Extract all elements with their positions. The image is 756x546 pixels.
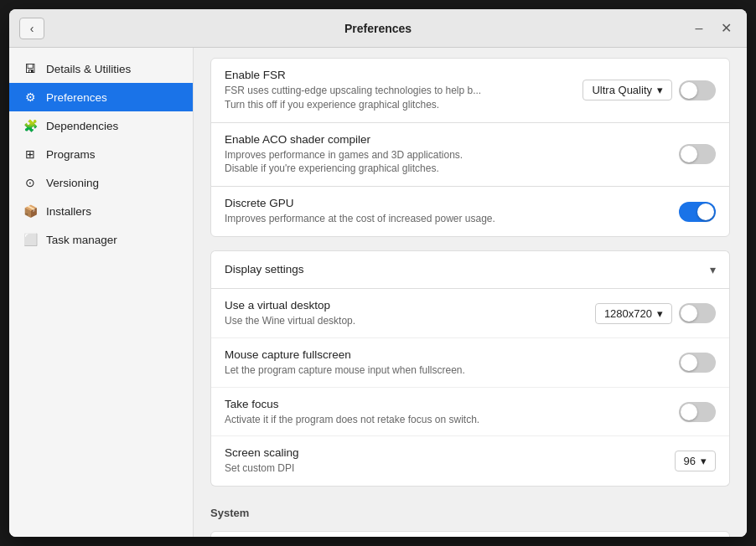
- screen-scaling-value: 96: [684, 455, 696, 467]
- versioning-icon: ⊙: [23, 176, 38, 189]
- display-settings-chevron: ▾: [710, 263, 716, 276]
- sidebar-item-dependencies[interactable]: 🧩 Dependencies: [9, 111, 193, 140]
- minimize-button[interactable]: –: [688, 18, 710, 39]
- fsr-setting-row: Enable FSR FSR uses cutting-edge upscali…: [210, 58, 730, 123]
- aco-desc1: Improves performance in games and 3D app…: [225, 148, 665, 162]
- display-settings-header[interactable]: Display settings ▾: [210, 250, 730, 288]
- take-focus-desc: Activate it if the program does not reta…: [225, 413, 665, 427]
- sidebar-label-programs: Programs: [46, 148, 96, 161]
- aco-title: Enable ACO shader compiler: [225, 133, 665, 146]
- sidebar-item-installers[interactable]: 📦 Installers: [9, 197, 193, 225]
- window-title: Preferences: [344, 22, 412, 35]
- sidebar-item-taskmanager[interactable]: ⬜ Task manager: [9, 225, 193, 254]
- gpu-setting-row: Discrete GPU Improves performance at the…: [210, 186, 730, 237]
- mouse-capture-desc: Let the program capture mouse input when…: [225, 363, 665, 378]
- gpu-title: Discrete GPU: [225, 197, 665, 209]
- screen-scaling-desc: Set custom DPI: [225, 461, 661, 476]
- fsr-controls: Ultra Quality ▾: [583, 80, 716, 100]
- fsr-group: Enable FSR FSR uses cutting-edge upscali…: [210, 58, 730, 237]
- sidebar-label-installers: Installers: [46, 205, 91, 218]
- virtual-desktop-title: Use a virtual desktop: [225, 299, 582, 312]
- titlebar: ‹ Preferences – ✕: [9, 9, 747, 48]
- gpu-toggle[interactable]: [679, 202, 716, 222]
- screen-scaling-info: Screen scaling Set custom DPI: [225, 446, 661, 476]
- virtual-desktop-toggle[interactable]: [679, 303, 716, 323]
- components-version-row[interactable]: Components version ›: [210, 531, 730, 537]
- content-area: 🖫 Details & Utilities ⚙ Preferences 🧩 De…: [9, 48, 747, 537]
- fsr-toggle[interactable]: [679, 80, 716, 100]
- aco-controls: [679, 144, 716, 164]
- screen-scaling-title: Screen scaling: [225, 446, 661, 459]
- display-settings-section: Display settings ▾ Use a virtual desktop…: [210, 250, 730, 487]
- sidebar-label-preferences: Preferences: [46, 91, 107, 104]
- virtual-desktop-info: Use a virtual desktop Use the Wine virtu…: [225, 299, 582, 328]
- sidebar-label-dependencies: Dependencies: [46, 120, 118, 132]
- screen-scaling-dropdown[interactable]: 96 ▾: [675, 451, 716, 471]
- window-controls: – ✕: [688, 18, 737, 39]
- take-focus-title: Take focus: [225, 398, 665, 410]
- mouse-capture-controls: [679, 353, 716, 373]
- take-focus-row: Take focus Activate it if the program do…: [211, 387, 729, 437]
- virtual-desktop-dropdown[interactable]: 1280x720 ▾: [595, 303, 672, 324]
- virtual-desktop-arrow: ▾: [657, 307, 663, 320]
- preferences-icon: ⚙: [23, 90, 38, 104]
- taskmanager-icon: ⬜: [23, 233, 38, 246]
- gpu-desc: Improves performance at the cost of incr…: [225, 212, 665, 226]
- aco-desc2: Disable if you're experiencing graphical…: [225, 162, 665, 176]
- virtual-desktop-value: 1280x720: [604, 307, 652, 320]
- screen-scaling-arrow: ▾: [701, 455, 707, 467]
- mouse-capture-toggle[interactable]: [679, 353, 716, 373]
- virtual-desktop-row: Use a virtual desktop Use the Wine virtu…: [211, 288, 729, 338]
- mouse-capture-row: Mouse capture fullscreen Let the program…: [211, 337, 729, 388]
- minimize-icon: –: [696, 21, 703, 36]
- app-window: ‹ Preferences – ✕ 🖫 Details & Utilities …: [9, 9, 747, 537]
- back-icon: ‹: [30, 22, 34, 35]
- screen-scaling-controls: 96 ▾: [675, 451, 716, 471]
- sidebar-label-taskmanager: Task manager: [46, 234, 117, 246]
- installers-icon: 📦: [23, 204, 38, 218]
- display-settings-body: Use a virtual desktop Use the Wine virtu…: [210, 288, 730, 487]
- take-focus-info: Take focus Activate it if the program do…: [225, 398, 665, 427]
- sidebar-label-versioning: Versioning: [46, 177, 99, 189]
- close-icon: ✕: [721, 20, 732, 36]
- system-header: System: [210, 500, 730, 526]
- dependencies-icon: 🧩: [23, 119, 38, 132]
- virtual-desktop-controls: 1280x720 ▾: [595, 303, 716, 324]
- take-focus-toggle[interactable]: [679, 402, 716, 422]
- mouse-capture-info: Mouse capture fullscreen Let the program…: [225, 348, 665, 378]
- fsr-quality-value: Ultra Quality: [592, 84, 652, 96]
- gpu-info: Discrete GPU Improves performance at the…: [225, 197, 665, 226]
- sidebar-item-versioning[interactable]: ⊙ Versioning: [9, 168, 193, 197]
- details-icon: 🖫: [23, 62, 38, 75]
- fsr-desc1: FSR uses cutting-edge upscaling technolo…: [225, 84, 569, 98]
- screen-scaling-row: Screen scaling Set custom DPI 96 ▾: [211, 435, 729, 486]
- fsr-info: Enable FSR FSR uses cutting-edge upscali…: [225, 69, 569, 112]
- mouse-capture-title: Mouse capture fullscreen: [225, 348, 665, 361]
- fsr-quality-dropdown[interactable]: Ultra Quality ▾: [583, 80, 672, 100]
- fsr-dropdown-arrow: ▾: [657, 84, 663, 96]
- aco-info: Enable ACO shader compiler Improves perf…: [225, 133, 665, 177]
- close-button[interactable]: ✕: [715, 18, 737, 39]
- sidebar: 🖫 Details & Utilities ⚙ Preferences 🧩 De…: [9, 48, 194, 537]
- aco-setting-row: Enable ACO shader compiler Improves perf…: [210, 122, 730, 188]
- sidebar-item-preferences[interactable]: ⚙ Preferences: [9, 83, 193, 111]
- back-button[interactable]: ‹: [19, 18, 44, 39]
- display-settings-title: Display settings: [225, 263, 304, 276]
- sidebar-item-programs[interactable]: ⊞ Programs: [9, 140, 193, 168]
- fsr-desc2: Turn this off if you experience graphica…: [225, 98, 569, 112]
- virtual-desktop-desc: Use the Wine virtual desktop.: [225, 314, 582, 328]
- sidebar-item-details[interactable]: 🖫 Details & Utilities: [9, 54, 193, 83]
- main-panel: Enable FSR FSR uses cutting-edge upscali…: [194, 48, 747, 537]
- system-section: System Components version ›: [210, 500, 730, 537]
- aco-toggle[interactable]: [679, 144, 716, 164]
- sidebar-label-details: Details & Utilities: [46, 63, 131, 75]
- fsr-title: Enable FSR: [225, 69, 569, 81]
- gpu-controls: [679, 202, 716, 222]
- take-focus-controls: [679, 402, 716, 422]
- programs-icon: ⊞: [23, 147, 38, 161]
